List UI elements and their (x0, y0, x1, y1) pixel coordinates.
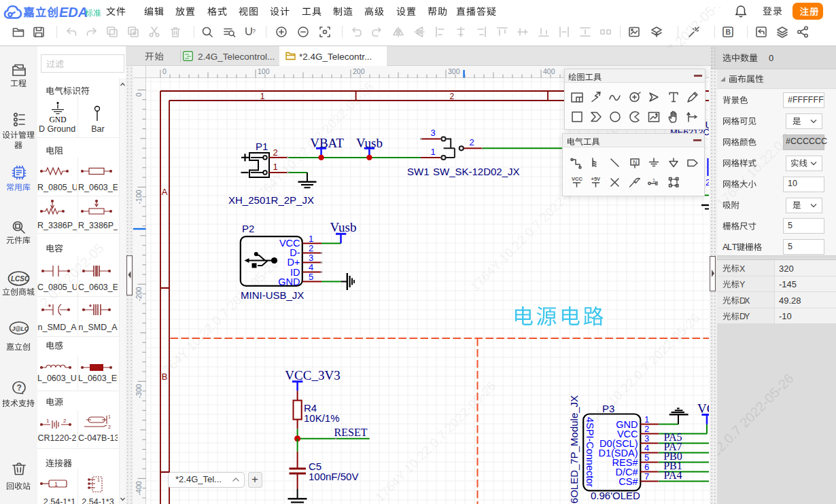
svg-text:1: 1 (430, 147, 435, 157)
svg-text:VCC_3V3: VCC_3V3 (285, 368, 340, 382)
svg-text:4: 4 (644, 443, 649, 453)
svg-text:PA4: PA4 (664, 469, 682, 481)
svg-text:P2: P2 (242, 223, 254, 234)
svg-text:+5V: +5V (591, 176, 601, 182)
svg-text:2: 2 (706, 177, 709, 187)
svg-text:SW_SK-12D02_JX: SW_SK-12D02_JX (433, 166, 520, 177)
svg-text:2: 2 (449, 92, 454, 101)
svg-text:0: 0 (135, 92, 143, 96)
svg-text:-100: -100 (135, 190, 143, 204)
svg-text:Vusb: Vusb (356, 136, 383, 150)
svg-text:100nF/50V: 100nF/50V (309, 471, 358, 482)
svg-text:B: B (162, 372, 168, 382)
svg-text:J@LC: J@LC (12, 325, 29, 332)
svg-text:4: 4 (309, 262, 313, 272)
svg-text:LCSC: LCSC (11, 275, 30, 283)
svg-text:7: 7 (644, 471, 649, 482)
svg-text:0.96OLED_7P_Module_JX: 0.96OLED_7P_Module_JX (568, 395, 580, 504)
svg-text:6: 6 (644, 462, 649, 472)
svg-text:P3: P3 (602, 403, 614, 414)
svg-text:5: 5 (309, 272, 313, 282)
svg-text:1: 1 (97, 478, 100, 482)
svg-text:3: 3 (644, 433, 649, 444)
svg-text:N: N (633, 159, 637, 166)
svg-text:5: 5 (644, 452, 649, 463)
svg-text:2: 2 (309, 243, 313, 253)
svg-text:-400: -400 (135, 481, 143, 495)
svg-text:RESET: RESET (334, 427, 368, 438)
svg-text:1: 1 (108, 414, 111, 419)
svg-text:?: ? (252, 28, 256, 35)
svg-text:2: 2 (108, 425, 111, 429)
svg-text:1: 1 (273, 162, 277, 172)
svg-text:3: 3 (430, 128, 435, 138)
svg-text:XH_2501R_2P_JX: XH_2501R_2P_JX (228, 194, 314, 206)
svg-text:2: 2 (273, 147, 277, 158)
svg-text:200: 200 (353, 67, 365, 75)
svg-text:10K/1%: 10K/1% (304, 412, 340, 424)
svg-text:P1: P1 (256, 141, 268, 152)
svg-text:2: 2 (469, 137, 474, 147)
svg-text:VCC_3V3: VCC_3V3 (697, 401, 709, 416)
svg-text:MINI-USB_JX: MINI-USB_JX (241, 289, 304, 301)
svg-text:1: 1 (309, 234, 313, 244)
svg-text:2: 2 (644, 424, 649, 434)
svg-text:1: 1 (46, 418, 50, 424)
svg-text:1: 1 (644, 414, 649, 425)
svg-text:CS#: CS# (619, 476, 638, 487)
svg-text:1: 1 (54, 481, 58, 488)
svg-text:A: A (162, 187, 168, 197)
svg-text:Vusb: Vusb (330, 220, 357, 234)
svg-text:4SPI-Connector: 4SPI-Connector (585, 417, 595, 487)
svg-text:?: ? (17, 383, 22, 393)
svg-text:-300: -300 (135, 384, 143, 398)
svg-text:2: 2 (63, 418, 67, 424)
svg-text:1: 1 (652, 177, 655, 183)
svg-text:SW1: SW1 (407, 166, 430, 177)
svg-text:400: 400 (543, 67, 555, 75)
svg-text:VBAT: VBAT (310, 136, 344, 150)
svg-text:0: 0 (162, 67, 167, 75)
svg-text:0.96'OLED: 0.96'OLED (591, 490, 640, 501)
svg-text:3: 3 (309, 253, 313, 263)
svg-text:VCC: VCC (572, 176, 582, 182)
svg-text:B: B (726, 28, 731, 36)
svg-text:300: 300 (448, 67, 460, 75)
svg-text:100: 100 (258, 67, 270, 75)
svg-text:GND: GND (50, 115, 67, 124)
svg-text:-200: -200 (135, 287, 143, 301)
svg-text:GND: GND (278, 276, 300, 287)
svg-text:1: 1 (260, 92, 265, 101)
